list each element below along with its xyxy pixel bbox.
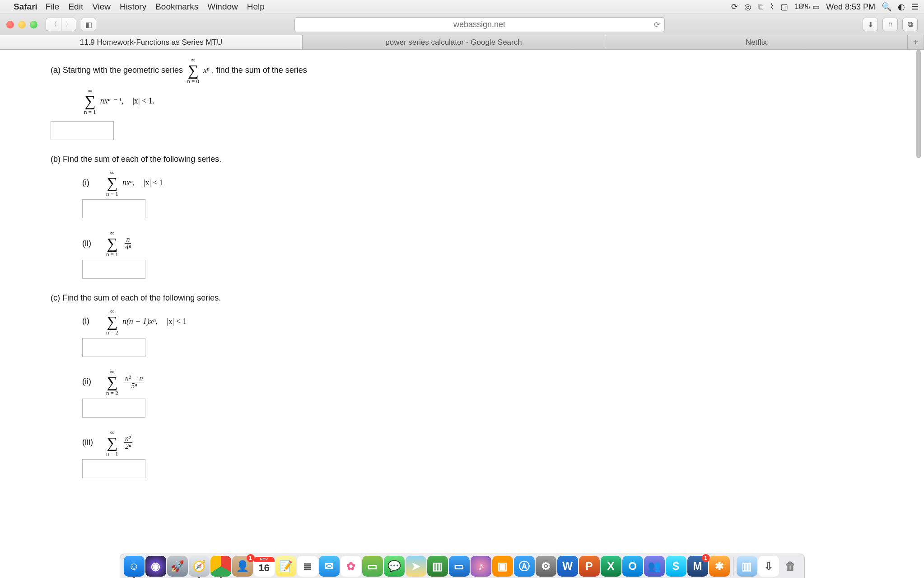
dock-mail-icon[interactable]: ✉ bbox=[319, 556, 340, 577]
condition: |x| < 1 bbox=[144, 178, 163, 187]
dock-messages-icon[interactable]: 💬 bbox=[384, 556, 405, 577]
dock-outlook-icon[interactable]: O bbox=[622, 556, 643, 577]
tabs-button[interactable]: ⧉ bbox=[902, 18, 918, 31]
share-button[interactable]: ⇧ bbox=[882, 18, 898, 31]
sigma-icon: ∞ ∑ n = 1 bbox=[106, 230, 118, 257]
new-tab-button[interactable]: + bbox=[908, 35, 924, 49]
address-bar[interactable]: webassign.net ⟳ bbox=[294, 17, 665, 32]
sigma-icon: ∞ ∑ n = 1 bbox=[106, 169, 118, 197]
close-window-button[interactable] bbox=[6, 21, 14, 28]
dock-siri-icon[interactable]: ◉ bbox=[145, 556, 166, 577]
tab-google[interactable]: power series calculator - Google Search bbox=[303, 35, 605, 49]
clock[interactable]: Wed 8:53 PM bbox=[826, 2, 875, 12]
dock-itunes-icon[interactable]: ♪ bbox=[471, 556, 491, 577]
part-a: (a) Starting with the geometric series ∞… bbox=[51, 57, 872, 140]
dock-downloads-icon[interactable]: ⇩ bbox=[758, 556, 779, 577]
airplay-icon[interactable]: ◎ bbox=[744, 2, 751, 12]
dock-safari-icon[interactable]: 🧭 bbox=[189, 556, 210, 577]
dock-word-icon[interactable]: W bbox=[557, 556, 578, 577]
dock-maps-icon[interactable]: ➤ bbox=[406, 556, 426, 577]
dock-finder-icon[interactable]: ☺ bbox=[124, 556, 145, 577]
dock-area: ☺◉🚀🧭👤1NOV16📝≣✉✿▭💬➤▥▭♪▣Ⓐ⚙WPXO👥SM1✱▥⇩🗑 bbox=[0, 552, 924, 578]
condition: |x| < 1 bbox=[167, 316, 187, 325]
reload-icon[interactable]: ⟳ bbox=[654, 20, 660, 29]
backup-icon[interactable]: ⟳ bbox=[731, 2, 738, 12]
dock-teams-icon[interactable]: 👥 bbox=[644, 556, 665, 577]
part-c-iii: (iii) ∞ ∑ n = 1 n² 2ⁿ bbox=[82, 429, 872, 478]
answer-input-b-i[interactable] bbox=[82, 199, 145, 218]
answer-input-c-ii[interactable] bbox=[82, 399, 145, 418]
menu-view[interactable]: View bbox=[92, 2, 111, 12]
notification-center-icon[interactable]: ◐ bbox=[898, 2, 905, 12]
back-button[interactable]: 〈 bbox=[46, 18, 61, 31]
menu-bookmarks[interactable]: Bookmarks bbox=[155, 2, 198, 12]
battery-icon: ▭ bbox=[812, 2, 820, 12]
text: (a) Starting with the geometric series bbox=[51, 66, 185, 75]
menu-history[interactable]: History bbox=[120, 2, 146, 12]
forward-button[interactable]: 〉 bbox=[61, 18, 76, 31]
menu-file[interactable]: File bbox=[46, 2, 60, 12]
dock-numbers-icon[interactable]: ▥ bbox=[427, 556, 448, 577]
sigma-icon: ∞ ∑ n = 1 bbox=[84, 88, 96, 115]
answer-input-c-iii[interactable] bbox=[82, 459, 145, 478]
tab-netflix[interactable]: Netflix bbox=[605, 35, 908, 49]
dock-reminders-icon[interactable]: ≣ bbox=[297, 556, 318, 577]
dock-trash-icon[interactable]: 🗑 bbox=[780, 556, 801, 577]
dock: ☺◉🚀🧭👤1NOV16📝≣✉✿▭💬➤▥▭♪▣Ⓐ⚙WPXO👥SM1✱▥⇩🗑 bbox=[120, 554, 805, 578]
dock-excel-icon[interactable]: X bbox=[601, 556, 621, 577]
menu-window[interactable]: Window bbox=[207, 2, 238, 12]
part-c: (c) Find the sum of each of the followin… bbox=[51, 291, 872, 478]
minimize-window-button[interactable] bbox=[18, 21, 26, 28]
battery-percent: 18% bbox=[794, 2, 810, 11]
subpart-label: (i) bbox=[82, 178, 102, 188]
sigma-icon: ∞ ∑ n = 0 bbox=[187, 57, 199, 84]
part-c-i: (i) ∞ ∑ n = 2 n(n − 1)xⁿ, |x| < 1 bbox=[82, 308, 872, 357]
bluetooth-icon[interactable]: ⧉ bbox=[758, 2, 764, 12]
sidebar-button[interactable]: ◧ bbox=[81, 18, 96, 31]
denominator: 4ⁿ bbox=[124, 244, 132, 251]
display-icon[interactable]: ▢ bbox=[780, 2, 788, 12]
dock-notes-icon[interactable]: 📝 bbox=[275, 556, 296, 577]
menu-edit[interactable]: Edit bbox=[68, 2, 83, 12]
answer-input-a[interactable] bbox=[51, 121, 114, 140]
dock-launchpad-icon[interactable]: 🚀 bbox=[167, 556, 188, 577]
spotlight-icon[interactable]: 🔍 bbox=[882, 2, 891, 12]
battery-status[interactable]: 18% ▭ bbox=[794, 2, 820, 12]
dock-systemprefs-icon[interactable]: ⚙ bbox=[536, 556, 556, 577]
dock-powerpoint-icon[interactable]: P bbox=[579, 556, 600, 577]
dock-appstore-icon[interactable]: Ⓐ bbox=[514, 556, 535, 577]
menubar: Safari File Edit View History Bookmarks … bbox=[0, 0, 924, 14]
scrollbar[interactable] bbox=[915, 50, 922, 552]
sum-lower: n = 2 bbox=[106, 390, 118, 396]
downloads-button[interactable]: ⬇ bbox=[863, 18, 878, 31]
sum-lower: n = 1 bbox=[106, 451, 118, 456]
wifi-icon[interactable]: ⌇ bbox=[770, 2, 774, 12]
dock-ibooks-icon[interactable]: ▣ bbox=[492, 556, 513, 577]
fraction: n 4ⁿ bbox=[124, 236, 132, 251]
answer-input-c-i[interactable] bbox=[82, 338, 145, 357]
scroll-thumb[interactable] bbox=[916, 50, 921, 158]
part-a-prompt: (a) Starting with the geometric series ∞… bbox=[51, 57, 872, 84]
app-name[interactable]: Safari bbox=[14, 2, 37, 12]
dock-contacts-icon[interactable]: 👤1 bbox=[232, 556, 253, 577]
sum-body: nxⁿ, bbox=[122, 178, 135, 187]
zoom-window-button[interactable] bbox=[30, 21, 37, 28]
menu-extra-icon[interactable]: ☰ bbox=[911, 2, 919, 12]
part-a-series: ∞ ∑ n = 1 nxⁿ ⁻ ¹, |x| < 1. bbox=[82, 88, 872, 115]
answer-input-b-ii[interactable] bbox=[82, 260, 145, 279]
dock-folder-icon[interactable]: ▥ bbox=[737, 556, 757, 577]
dock-spark-icon[interactable]: ✱ bbox=[709, 556, 730, 577]
dock-photos-icon[interactable]: ✿ bbox=[341, 556, 361, 577]
menu-help[interactable]: Help bbox=[247, 2, 265, 12]
dock-malwarebytes-icon[interactable]: M1 bbox=[687, 556, 708, 577]
numerator: n² − n bbox=[124, 375, 145, 382]
url-text: webassign.net bbox=[453, 20, 505, 29]
tab-label: power series calculator - Google Search bbox=[385, 38, 522, 47]
dock-facetime-icon[interactable]: ▭ bbox=[362, 556, 383, 577]
dock-calendar-icon[interactable]: NOV16 bbox=[254, 556, 275, 577]
dock-keynote-icon[interactable]: ▭ bbox=[449, 556, 470, 577]
dock-skype-icon[interactable]: S bbox=[666, 556, 686, 577]
tab-homework[interactable]: 11.9 Homework-Functions as Series MTU bbox=[0, 35, 303, 49]
browser-toolbar: 〈 〉 ◧ webassign.net ⟳ ⬇ ⇧ ⧉ bbox=[0, 14, 924, 35]
dock-chrome-icon[interactable] bbox=[210, 556, 231, 577]
